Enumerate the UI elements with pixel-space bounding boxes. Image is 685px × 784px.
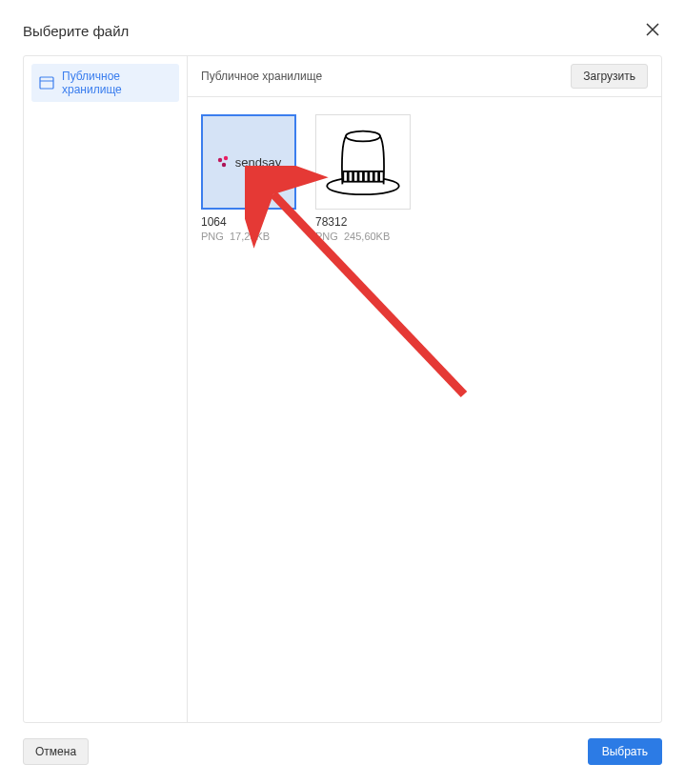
file-thumbnail: sendsay xyxy=(201,114,296,210)
main-header: Публичное хранилище Загрузить xyxy=(188,56,661,97)
sendsay-dots-icon xyxy=(216,154,232,170)
file-picker-dialog: Выберите файл Публичное хранилище Публич… xyxy=(0,0,685,784)
dialog-header: Выберите файл xyxy=(23,19,662,42)
file-meta: PNG 17,23KB xyxy=(201,231,296,242)
main-panel: Публичное хранилище Загрузить xyxy=(188,56,661,722)
breadcrumb: Публичное хранилище xyxy=(201,70,322,83)
file-meta: PNG 245,60KB xyxy=(315,231,411,242)
cancel-button[interactable]: Отмена xyxy=(23,738,89,765)
dialog-body: Публичное хранилище Публичное хранилище … xyxy=(23,55,662,723)
file-grid: sendsay 1064 PNG 17,23KB xyxy=(188,97,661,259)
svg-rect-8 xyxy=(344,172,347,181)
thumb-text: sendsay xyxy=(235,155,281,170)
svg-point-6 xyxy=(346,131,380,142)
svg-rect-0 xyxy=(40,77,53,89)
file-size: 17,23KB xyxy=(230,231,270,242)
svg-rect-12 xyxy=(365,172,368,181)
svg-rect-14 xyxy=(375,172,378,181)
dialog-title: Выберите файл xyxy=(23,23,129,39)
hat-icon xyxy=(320,119,406,205)
sendsay-logo: sendsay xyxy=(216,154,281,170)
sidebar-item-label: Публичное хранилище xyxy=(62,70,171,96)
svg-point-2 xyxy=(218,158,222,162)
svg-rect-13 xyxy=(370,172,373,181)
file-item[interactable]: 78312 PNG 245,60KB xyxy=(315,114,411,242)
sidebar: Публичное хранилище xyxy=(24,56,188,722)
file-thumbnail xyxy=(315,114,411,210)
file-size: 245,60KB xyxy=(344,231,390,242)
file-name: 1064 xyxy=(201,215,296,229)
svg-rect-11 xyxy=(359,172,362,181)
svg-point-3 xyxy=(224,156,228,160)
close-button[interactable] xyxy=(643,19,662,42)
upload-button[interactable]: Загрузить xyxy=(571,64,648,89)
svg-rect-15 xyxy=(380,172,383,181)
close-icon xyxy=(645,20,660,41)
sidebar-item-public-storage[interactable]: Публичное хранилище xyxy=(31,64,179,102)
file-name: 78312 xyxy=(315,215,411,229)
svg-point-4 xyxy=(222,163,226,167)
select-button[interactable]: Выбрать xyxy=(588,738,662,765)
file-type: PNG xyxy=(315,231,338,242)
file-type: PNG xyxy=(201,231,224,242)
dialog-footer: Отмена Выбрать xyxy=(23,723,662,765)
svg-rect-9 xyxy=(350,172,353,181)
svg-rect-10 xyxy=(354,172,357,181)
storage-icon xyxy=(39,75,54,90)
file-item[interactable]: sendsay 1064 PNG 17,23KB xyxy=(201,114,296,242)
